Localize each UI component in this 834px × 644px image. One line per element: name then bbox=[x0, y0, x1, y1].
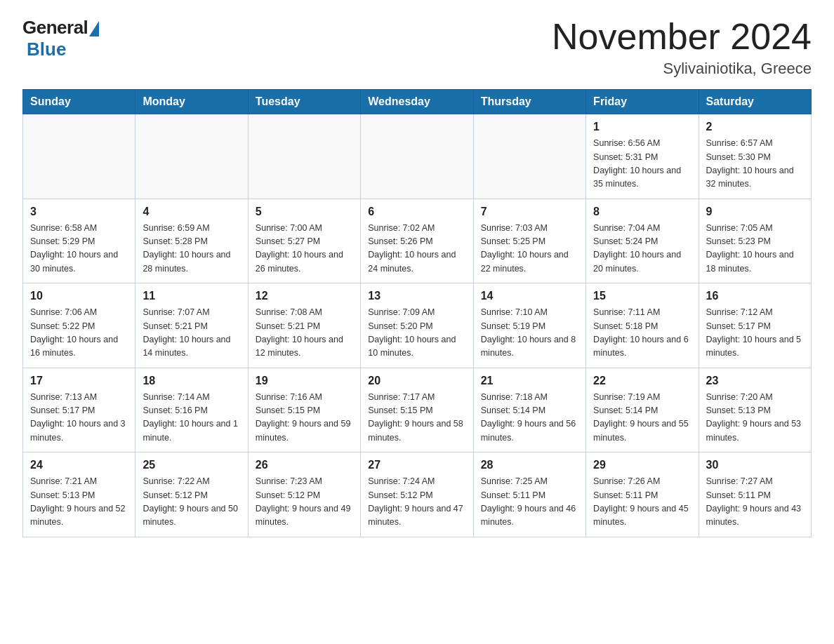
day-number: 29 bbox=[593, 457, 691, 474]
calendar-day-cell: 9Sunrise: 7:05 AMSunset: 5:23 PMDaylight… bbox=[699, 199, 811, 283]
day-number: 16 bbox=[706, 288, 804, 304]
calendar-header-friday: Friday bbox=[586, 90, 699, 114]
day-info: Sunrise: 7:23 AMSunset: 5:12 PMDaylight:… bbox=[256, 475, 353, 530]
day-info: Sunrise: 7:18 AMSunset: 5:14 PMDaylight:… bbox=[481, 391, 578, 445]
calendar-day-cell: 30Sunrise: 7:27 AMSunset: 5:11 PMDayligh… bbox=[699, 452, 811, 537]
day-info: Sunrise: 7:12 AMSunset: 5:17 PMDaylight:… bbox=[706, 306, 804, 361]
day-number: 19 bbox=[256, 373, 353, 389]
day-number: 5 bbox=[256, 203, 353, 220]
day-info: Sunrise: 7:14 AMSunset: 5:16 PMDaylight:… bbox=[143, 391, 240, 445]
day-number: 8 bbox=[593, 203, 691, 220]
calendar-day-cell: 1Sunrise: 6:56 AMSunset: 5:31 PMDaylight… bbox=[586, 114, 699, 199]
calendar-week-row: 17Sunrise: 7:13 AMSunset: 5:17 PMDayligh… bbox=[23, 368, 812, 452]
calendar-day-cell: 18Sunrise: 7:14 AMSunset: 5:16 PMDayligh… bbox=[135, 368, 248, 452]
calendar-week-row: 3Sunrise: 6:58 AMSunset: 5:29 PMDaylight… bbox=[23, 199, 812, 283]
day-info: Sunrise: 6:56 AMSunset: 5:31 PMDaylight:… bbox=[593, 137, 691, 192]
day-info: Sunrise: 7:19 AMSunset: 5:14 PMDaylight:… bbox=[593, 391, 691, 445]
day-number: 22 bbox=[593, 373, 691, 389]
calendar-day-cell: 6Sunrise: 7:02 AMSunset: 5:26 PMDaylight… bbox=[361, 199, 473, 283]
day-info: Sunrise: 7:21 AMSunset: 5:13 PMDaylight:… bbox=[30, 475, 128, 530]
day-info: Sunrise: 6:57 AMSunset: 5:30 PMDaylight:… bbox=[706, 137, 804, 192]
calendar-table: SundayMondayTuesdayWednesdayThursdayFrid… bbox=[22, 89, 812, 537]
day-info: Sunrise: 7:16 AMSunset: 5:15 PMDaylight:… bbox=[256, 391, 353, 445]
day-number: 18 bbox=[143, 373, 240, 389]
day-info: Sunrise: 7:04 AMSunset: 5:24 PMDaylight:… bbox=[593, 222, 691, 276]
calendar-header-wednesday: Wednesday bbox=[361, 90, 473, 114]
calendar-header-tuesday: Tuesday bbox=[248, 90, 360, 114]
day-info: Sunrise: 7:26 AMSunset: 5:11 PMDaylight:… bbox=[593, 475, 691, 530]
calendar-day-cell: 14Sunrise: 7:10 AMSunset: 5:19 PMDayligh… bbox=[473, 283, 585, 368]
day-info: Sunrise: 6:58 AMSunset: 5:29 PMDaylight:… bbox=[30, 222, 128, 276]
calendar-day-cell: 17Sunrise: 7:13 AMSunset: 5:17 PMDayligh… bbox=[23, 368, 135, 452]
day-number: 20 bbox=[368, 373, 465, 389]
day-number: 23 bbox=[706, 373, 804, 389]
calendar-day-cell: 29Sunrise: 7:26 AMSunset: 5:11 PMDayligh… bbox=[586, 452, 699, 537]
day-number: 25 bbox=[143, 457, 240, 474]
calendar-day-cell: 15Sunrise: 7:11 AMSunset: 5:18 PMDayligh… bbox=[586, 283, 699, 368]
calendar-day-cell: 23Sunrise: 7:20 AMSunset: 5:13 PMDayligh… bbox=[699, 368, 811, 452]
day-number: 15 bbox=[593, 288, 691, 304]
day-info: Sunrise: 7:09 AMSunset: 5:20 PMDaylight:… bbox=[368, 306, 465, 361]
day-info: Sunrise: 7:24 AMSunset: 5:12 PMDaylight:… bbox=[368, 475, 465, 530]
calendar-day-cell: 27Sunrise: 7:24 AMSunset: 5:12 PMDayligh… bbox=[361, 452, 473, 537]
calendar-header-saturday: Saturday bbox=[699, 90, 811, 114]
calendar-day-cell: 5Sunrise: 7:00 AMSunset: 5:27 PMDaylight… bbox=[248, 199, 360, 283]
calendar-header-thursday: Thursday bbox=[473, 90, 585, 114]
day-number: 24 bbox=[30, 457, 128, 474]
calendar-day-cell bbox=[473, 114, 585, 199]
calendar-day-cell: 19Sunrise: 7:16 AMSunset: 5:15 PMDayligh… bbox=[248, 368, 360, 452]
calendar-day-cell: 24Sunrise: 7:21 AMSunset: 5:13 PMDayligh… bbox=[23, 452, 135, 537]
day-number: 7 bbox=[481, 203, 578, 220]
calendar-day-cell: 11Sunrise: 7:07 AMSunset: 5:21 PMDayligh… bbox=[135, 283, 248, 368]
day-number: 30 bbox=[706, 457, 804, 474]
calendar-day-cell: 7Sunrise: 7:03 AMSunset: 5:25 PMDaylight… bbox=[473, 199, 585, 283]
calendar-day-cell: 26Sunrise: 7:23 AMSunset: 5:12 PMDayligh… bbox=[248, 452, 360, 537]
day-number: 9 bbox=[706, 203, 804, 220]
logo: General Blue bbox=[22, 17, 99, 60]
day-info: Sunrise: 7:08 AMSunset: 5:21 PMDaylight:… bbox=[256, 306, 353, 361]
calendar-day-cell: 10Sunrise: 7:06 AMSunset: 5:22 PMDayligh… bbox=[23, 283, 135, 368]
day-info: Sunrise: 7:27 AMSunset: 5:11 PMDaylight:… bbox=[706, 475, 804, 530]
day-info: Sunrise: 7:00 AMSunset: 5:27 PMDaylight:… bbox=[256, 222, 353, 276]
calendar-day-cell: 21Sunrise: 7:18 AMSunset: 5:14 PMDayligh… bbox=[473, 368, 585, 452]
day-number: 1 bbox=[593, 119, 691, 135]
day-number: 17 bbox=[30, 373, 128, 389]
day-number: 12 bbox=[256, 288, 353, 304]
day-info: Sunrise: 7:20 AMSunset: 5:13 PMDaylight:… bbox=[706, 391, 804, 445]
day-number: 26 bbox=[256, 457, 353, 474]
day-info: Sunrise: 7:03 AMSunset: 5:25 PMDaylight:… bbox=[481, 222, 578, 276]
day-info: Sunrise: 7:17 AMSunset: 5:15 PMDaylight:… bbox=[368, 391, 465, 445]
calendar-week-row: 24Sunrise: 7:21 AMSunset: 5:13 PMDayligh… bbox=[23, 452, 812, 537]
calendar-day-cell: 2Sunrise: 6:57 AMSunset: 5:30 PMDaylight… bbox=[699, 114, 811, 199]
month-year-title: November 2024 bbox=[552, 17, 812, 57]
calendar-day-cell: 28Sunrise: 7:25 AMSunset: 5:11 PMDayligh… bbox=[473, 452, 585, 537]
day-info: Sunrise: 7:10 AMSunset: 5:19 PMDaylight:… bbox=[481, 306, 578, 361]
calendar-day-cell: 25Sunrise: 7:22 AMSunset: 5:12 PMDayligh… bbox=[135, 452, 248, 537]
day-number: 3 bbox=[30, 203, 128, 220]
day-info: Sunrise: 6:59 AMSunset: 5:28 PMDaylight:… bbox=[143, 222, 240, 276]
day-info: Sunrise: 7:06 AMSunset: 5:22 PMDaylight:… bbox=[30, 306, 128, 361]
day-number: 14 bbox=[481, 288, 578, 304]
calendar-day-cell: 12Sunrise: 7:08 AMSunset: 5:21 PMDayligh… bbox=[248, 283, 360, 368]
day-number: 2 bbox=[706, 119, 804, 135]
day-info: Sunrise: 7:13 AMSunset: 5:17 PMDaylight:… bbox=[30, 391, 128, 445]
day-info: Sunrise: 7:02 AMSunset: 5:26 PMDaylight:… bbox=[368, 222, 465, 276]
day-info: Sunrise: 7:22 AMSunset: 5:12 PMDaylight:… bbox=[143, 475, 240, 530]
day-number: 28 bbox=[481, 457, 578, 474]
location-subtitle: Sylivainiotika, Greece bbox=[552, 60, 812, 78]
day-number: 10 bbox=[30, 288, 128, 304]
day-number: 6 bbox=[368, 203, 465, 220]
day-number: 27 bbox=[368, 457, 465, 474]
title-block: November 2024 Sylivainiotika, Greece bbox=[552, 17, 812, 78]
calendar-header-monday: Monday bbox=[135, 90, 248, 114]
calendar-day-cell bbox=[248, 114, 360, 199]
calendar-day-cell: 22Sunrise: 7:19 AMSunset: 5:14 PMDayligh… bbox=[586, 368, 699, 452]
day-number: 11 bbox=[143, 288, 240, 304]
logo-general-text: General bbox=[22, 17, 88, 39]
calendar-header-row: SundayMondayTuesdayWednesdayThursdayFrid… bbox=[23, 90, 812, 114]
calendar-day-cell: 20Sunrise: 7:17 AMSunset: 5:15 PMDayligh… bbox=[361, 368, 473, 452]
day-number: 21 bbox=[481, 373, 578, 389]
calendar-day-cell: 13Sunrise: 7:09 AMSunset: 5:20 PMDayligh… bbox=[361, 283, 473, 368]
logo-blue-text: Blue bbox=[27, 39, 66, 60]
calendar-week-row: 1Sunrise: 6:56 AMSunset: 5:31 PMDaylight… bbox=[23, 114, 812, 199]
